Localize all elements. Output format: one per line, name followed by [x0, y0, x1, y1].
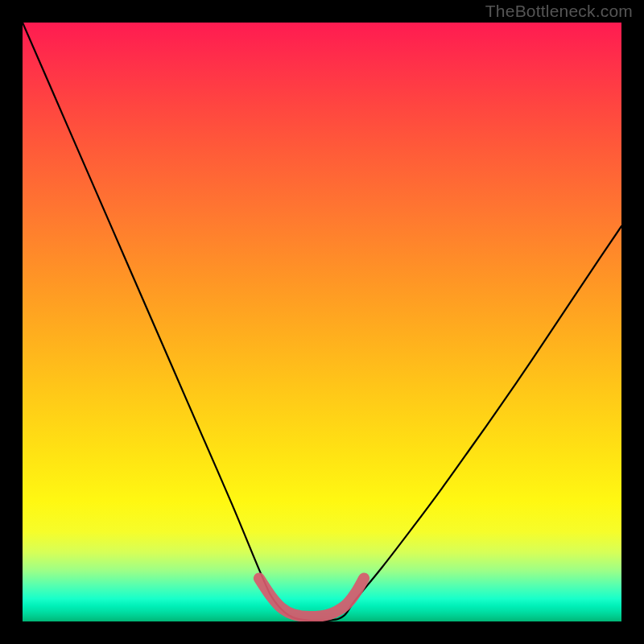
- watermark-text: TheBottleneck.com: [485, 2, 633, 21]
- curve-overlay: [23, 23, 621, 621]
- chart-frame: TheBottleneck.com: [0, 0, 644, 644]
- bottleneck-curve: [23, 23, 621, 621]
- plot-area: [23, 23, 621, 621]
